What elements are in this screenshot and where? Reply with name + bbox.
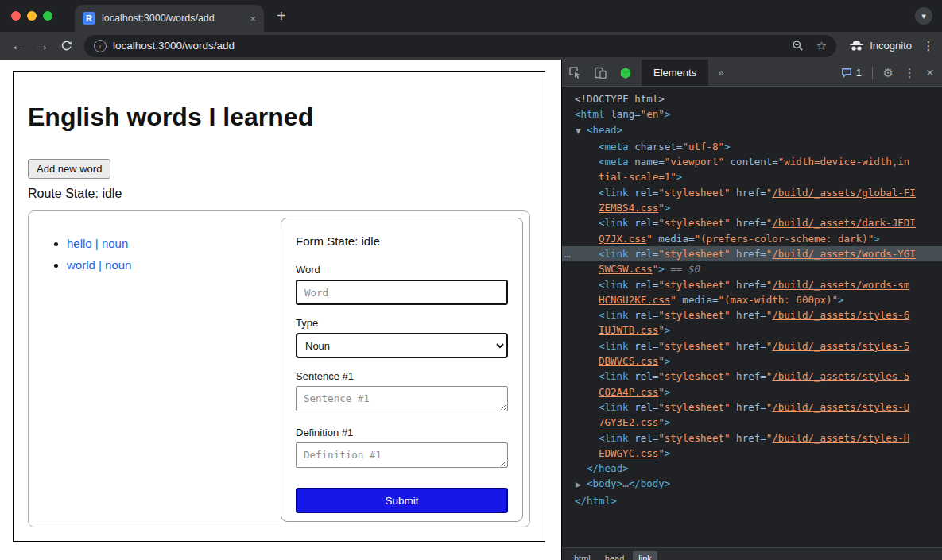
code-line[interactable]: <link rel="stylesheet" href="/build/_ass… <box>562 369 942 384</box>
zoom-icon[interactable] <box>792 40 804 52</box>
code-token: content= <box>724 156 778 168</box>
code-line[interactable]: <link rel="stylesheet" href="/build/_ass… <box>562 400 942 415</box>
more-tabs-icon[interactable]: » <box>708 67 733 79</box>
code-token: > <box>665 447 671 459</box>
breadcrumb-item[interactable]: link <box>633 551 657 560</box>
code-token: " <box>670 294 676 306</box>
code-token: charset= <box>629 141 683 153</box>
line-options-icon[interactable]: … <box>564 246 571 261</box>
code-token: " <box>658 355 665 367</box>
code-token: </head> <box>587 462 629 474</box>
close-window-button[interactable] <box>11 11 21 21</box>
browser-tab[interactable]: R localhost:3000/words/add × <box>75 5 264 32</box>
code-token: media= <box>653 233 695 245</box>
code-token: > <box>676 171 683 183</box>
definition-label: Definition #1 <box>296 427 508 438</box>
code-line[interactable]: </head> <box>562 461 942 476</box>
code-line[interactable]: IUJWTB.css"> <box>562 322 942 338</box>
code-token: EDWGYC.css <box>599 447 658 459</box>
code-line[interactable]: </html> <box>562 493 942 508</box>
code-line[interactable]: …<link rel="stylesheet" href="/build/_as… <box>562 246 942 261</box>
code-line[interactable]: <link rel="stylesheet" href="/build/_ass… <box>562 307 942 322</box>
word-link[interactable]: world | noun <box>67 258 131 272</box>
code-token: rel= <box>629 401 659 413</box>
code-line[interactable]: Q7JX.css" media="(prefers-color-scheme: … <box>562 231 942 246</box>
code-token: rel= <box>629 309 659 321</box>
devtools-close-icon[interactable]: × <box>926 65 934 81</box>
code-line[interactable]: ▼<head> <box>562 122 942 139</box>
code-token: rel= <box>629 248 659 260</box>
expand-arrow-icon[interactable]: ▶ <box>576 477 587 492</box>
code-line[interactable]: <html lang="en"> <box>562 106 942 122</box>
extension-cube-icon[interactable] <box>613 67 638 79</box>
code-token: rel= <box>629 432 659 444</box>
code-token: > <box>838 294 844 306</box>
forward-button[interactable]: → <box>30 38 54 54</box>
tab-favicon-icon: R <box>83 12 95 25</box>
inspect-icon[interactable] <box>562 66 587 79</box>
code-token: /build/_assets/styles-6 <box>772 309 909 321</box>
code-line[interactable]: SWCSW.css"> == $0 <box>562 261 942 276</box>
url-text[interactable]: localhost:3000/words/add <box>113 40 779 52</box>
code-line[interactable]: <meta charset="utf-8"> <box>562 139 942 154</box>
new-tab-button[interactable]: + <box>277 8 286 24</box>
code-line[interactable]: <link rel="stylesheet" href="/build/_ass… <box>562 431 942 446</box>
code-token: "utf-8" <box>682 141 724 153</box>
code-token: <link <box>599 340 629 352</box>
breadcrumb-item[interactable]: html <box>568 551 596 560</box>
code-line[interactable]: CO2A4P.css"> <box>562 384 942 400</box>
console-badge[interactable]: 1 <box>841 68 862 79</box>
definition-input[interactable] <box>296 442 508 468</box>
code-line[interactable]: EDWGYC.css"> <box>562 446 942 461</box>
site-info-icon[interactable]: i <box>94 40 107 52</box>
code-token: /build/_assets/words-sm <box>772 279 909 291</box>
code-token: > <box>874 233 880 245</box>
tab-search-button[interactable]: ▾ <box>915 7 932 25</box>
code-token: lang= <box>605 108 641 120</box>
code-line[interactable]: <!DOCTYPE html> <box>562 91 942 106</box>
sentence-label: Sentence #1 <box>296 370 508 382</box>
code-token: href= <box>731 217 766 229</box>
back-button[interactable]: ← <box>6 38 30 54</box>
bookmark-star-icon[interactable]: ☆ <box>816 39 827 53</box>
code-line[interactable]: HCNGU2KF.css" media="(max-width: 600px)"… <box>562 292 942 307</box>
word-list: hello | nounworld | noun <box>35 237 281 520</box>
maximize-window-button[interactable] <box>43 11 52 21</box>
code-line[interactable]: <link rel="stylesheet" href="/build/_ass… <box>562 185 942 200</box>
submit-button[interactable]: Submit <box>296 488 508 513</box>
code-line[interactable]: ▶<body>…</body> <box>562 476 942 492</box>
code-token: "stylesheet" <box>658 370 730 382</box>
word-input[interactable] <box>296 280 508 305</box>
devtools-menu-kebab-icon[interactable]: ⋮ <box>904 66 916 80</box>
minimize-window-button[interactable] <box>27 11 37 21</box>
expand-arrow-icon[interactable]: ▼ <box>576 124 587 139</box>
code-line[interactable]: tial-scale=1"> <box>562 169 942 184</box>
code-token: " <box>646 233 653 245</box>
code-token: "stylesheet" <box>658 187 730 199</box>
code-token: </html> <box>575 495 617 507</box>
code-line[interactable]: <link rel="stylesheet" href="/build/_ass… <box>562 215 942 230</box>
type-select[interactable]: Noun <box>296 333 508 358</box>
code-line[interactable]: <meta name="viewport" content="width=dev… <box>562 154 942 169</box>
add-new-word-button[interactable]: Add new word <box>28 159 110 179</box>
word-link[interactable]: hello | noun <box>67 237 128 250</box>
reload-button[interactable] <box>54 40 78 52</box>
code-line[interactable]: 7GY3E2.css"> <box>562 415 942 430</box>
code-token: href= <box>731 309 766 321</box>
code-line[interactable]: <link rel="stylesheet" href="/build/_ass… <box>562 338 942 353</box>
code-token: <link <box>599 187 629 199</box>
code-token: /build/_assets/styles-5 <box>772 340 909 352</box>
tab-close-icon[interactable]: × <box>250 13 256 25</box>
code-line[interactable]: ZEMBS4.css"> <box>562 200 942 215</box>
browser-menu-kebab-icon[interactable]: ⋮ <box>921 39 936 53</box>
device-toolbar-icon[interactable] <box>587 66 613 79</box>
code-line[interactable]: DBWVCS.css"> <box>562 353 942 369</box>
sentence-input[interactable] <box>296 386 508 411</box>
tab-strip: R localhost:3000/words/add × + ▾ <box>0 0 942 32</box>
breadcrumb-item[interactable]: head <box>599 551 630 560</box>
code-line[interactable]: <link rel="stylesheet" href="/build/_ass… <box>562 277 942 292</box>
address-bar[interactable]: i localhost:3000/words/add ☆ <box>84 35 836 57</box>
settings-gear-icon[interactable]: ⚙ <box>883 66 894 80</box>
code-token: <link <box>599 279 629 291</box>
tab-elements[interactable]: Elements <box>642 60 708 86</box>
